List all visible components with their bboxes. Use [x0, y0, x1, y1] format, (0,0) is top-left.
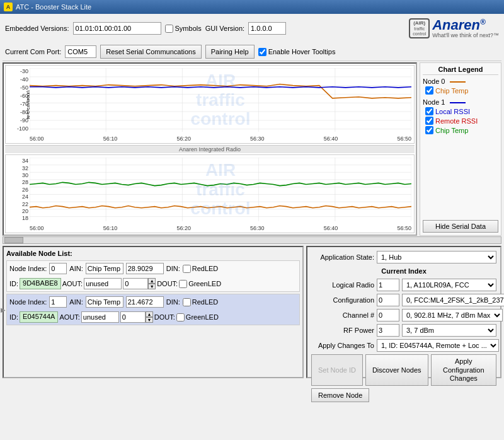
gui-version-label: GUI Version:: [205, 25, 244, 32]
legend-panel: Chart Legend Node 0 Chip Temp Node 1 Loc…: [420, 62, 501, 236]
node1-arrow: ▶: [1, 306, 6, 313]
legend-title: Chart Legend: [423, 66, 498, 75]
rssi-x-axis: 56:00 56:10 56:20 56:30 56:40 56:50: [30, 136, 411, 142]
node1-aout-select[interactable]: [81, 311, 119, 323]
apply-changes-select[interactable]: 1, ID: E045744A, Remote + Loc ...: [377, 339, 499, 352]
node0-aout-select[interactable]: [84, 278, 122, 289]
node1-ain-reading[interactable]: [126, 296, 164, 308]
node0-aout-value[interactable]: [123, 278, 148, 289]
top-bar: Embedded Versions: Symbols GUI Version: …: [3, 16, 501, 61]
rf-power-index[interactable]: [377, 324, 399, 337]
channel-index[interactable]: [377, 309, 399, 321]
temp-chart-svg: [30, 158, 411, 221]
discover-nodes-button[interactable]: Discover Nodes: [365, 354, 428, 386]
node1-spinner-up[interactable]: ▲: [146, 311, 153, 317]
node1-aout-label: AOUT:: [59, 313, 79, 321]
set-node-id-button[interactable]: Set Node ID: [311, 354, 363, 386]
node1-green-led-label: GreenLED: [176, 313, 219, 321]
legend-node1-label: Node 1: [423, 98, 498, 106]
node0-ain-reading[interactable]: [126, 263, 164, 274]
legend-node1-local-rssi-checkbox[interactable]: [425, 107, 433, 115]
node1-red-led-checkbox[interactable]: [183, 298, 191, 306]
gui-version-input[interactable]: [248, 22, 286, 35]
node1-aout-spinner: ▲ ▼: [120, 311, 153, 323]
configuration-select[interactable]: 0, FCC:ML4_2FSK_1_2kB_237: [402, 294, 504, 306]
window-title: ATC - Booster Stack Lite: [16, 3, 91, 11]
window-icon: A: [4, 3, 13, 11]
node1-spinner-down[interactable]: ▼: [146, 317, 153, 323]
remove-node-button[interactable]: Remove Node: [311, 388, 369, 402]
title-bar: A ATC - Booster Stack Lite: [0, 0, 504, 14]
logical-radio-index[interactable]: [377, 279, 399, 291]
legend-node0-chip-temp: Chip Temp: [425, 86, 498, 95]
symbols-checkbox[interactable]: [165, 25, 173, 33]
node0-aout-spinner: ▲ ▼: [123, 278, 156, 289]
legend-node1-remote-rssi: Remote RSSI: [425, 117, 498, 125]
bottom-section: Available Node List: Node Index: AIN: DI…: [3, 246, 501, 378]
node0-id-label: ID:: [9, 280, 18, 287]
app-state-row: Application State: 1, Hub: [311, 251, 496, 263]
node1-id-value: E045744A: [20, 311, 58, 323]
legend-node1-local-rssi-label: Local RSSI: [435, 108, 470, 115]
legend-node0-label: Node 0: [423, 78, 498, 85]
apply-changes-row: Apply Changes To 1, ID: E045744A, Remote…: [311, 339, 496, 352]
right-config-panel: Application State: 1, Hub Current Index …: [306, 246, 501, 378]
rssi-chart: -30 -40 -50 -60 -70 -80 -90 -100 RSSI(dB…: [5, 65, 415, 144]
node-list-title: Available Node List:: [6, 250, 300, 257]
embedded-versions-input[interactable]: [73, 22, 161, 35]
chart-caption: Anaren Integrated Radio: [5, 145, 415, 153]
node-list-panel: Available Node List: Node Index: AIN: DI…: [3, 246, 304, 378]
air-traffic-logo: (AIR) traffic control: [409, 18, 430, 38]
node0-ain-select[interactable]: [86, 263, 123, 274]
legend-node1-chip-temp-label: Chip Temp: [435, 127, 468, 134]
node1-red-led-label: RedLED: [183, 298, 219, 306]
com-port-label: Current Com Port:: [5, 48, 61, 55]
channel-select[interactable]: 0, 902.81 MHz, 7 dBm Max: [402, 309, 503, 321]
anaren-brand-name: Anaren: [432, 17, 480, 33]
configuration-index[interactable]: [377, 294, 399, 306]
node0-spinner-down[interactable]: ▼: [148, 284, 156, 289]
node1-green-led-checkbox[interactable]: [176, 313, 185, 321]
scrollbar-thumb[interactable]: [4, 237, 23, 243]
logical-radio-select[interactable]: 1, A110LR09A, FCC: [402, 279, 496, 291]
node1-index-input[interactable]: [49, 296, 67, 308]
charts-area: -30 -40 -50 -60 -70 -80 -90 -100 RSSI(dB…: [3, 62, 417, 236]
legend-node1-chip-temp-checkbox[interactable]: [425, 126, 433, 134]
apply-config-button[interactable]: Apply Configuration Changes: [431, 354, 496, 386]
app-state-select[interactable]: 1, Hub: [377, 251, 496, 263]
horizontal-scrollbar[interactable]: [3, 236, 501, 244]
node0-spinner-btns: ▲ ▼: [148, 278, 156, 289]
charts-and-legend: -30 -40 -50 -60 -70 -80 -90 -100 RSSI(dB…: [3, 62, 501, 236]
temp-chart: 34 32 30 28 26 24 22 20 18 Temperature(°…: [5, 154, 415, 233]
node0-spinner-up[interactable]: ▲: [148, 278, 156, 284]
hover-tooltips-label[interactable]: Enable Hover Tooltips: [258, 48, 336, 56]
legend-node0-chip-temp-label: Chip Temp: [435, 87, 468, 95]
node1-din-label: DIN:: [166, 298, 180, 306]
node0-red-led-checkbox[interactable]: [183, 265, 191, 273]
reset-serial-button[interactable]: Reset Serial Communcations: [100, 45, 201, 59]
pairing-help-button[interactable]: Pairing Help: [205, 45, 255, 59]
node1-aout-value[interactable]: [120, 311, 146, 323]
legend-node0-chip-temp-checkbox[interactable]: [425, 86, 433, 95]
com-port-input[interactable]: [65, 45, 96, 58]
node1-id-label: ID:: [9, 313, 18, 321]
hide-serial-button[interactable]: Hide Serial Data: [423, 220, 498, 233]
temp-chart-inner: AIR traffic control: [30, 158, 411, 221]
rf-power-select[interactable]: 3, 7 dBm: [402, 324, 496, 337]
node0-green-led-label: GreenLED: [179, 280, 221, 288]
node1-spinner-btns: ▲ ▼: [146, 311, 153, 323]
legend-node1-remote-rssi-checkbox[interactable]: [425, 117, 433, 125]
hover-tooltips-checkbox[interactable]: [258, 48, 266, 56]
legend-node1-local-rssi: Local RSSI: [425, 107, 498, 115]
rssi-chart-svg: [30, 68, 411, 132]
symbols-checkbox-label[interactable]: Symbols: [165, 25, 202, 33]
node0-id-value: 9D4BABE8: [20, 278, 61, 289]
node1-ain-select[interactable]: [86, 296, 123, 308]
anaren-tagline: What'll we think of next?™: [432, 32, 499, 38]
rssi-chart-inner: AIR traffic control: [30, 68, 411, 132]
node1-dout-label: DOUT:: [154, 313, 175, 321]
logical-radio-row: Logical Radio 1, A110LR09A, FCC: [311, 279, 496, 291]
apply-changes-label: Apply Changes To: [311, 342, 374, 349]
node0-index-input[interactable]: [49, 263, 67, 274]
node0-green-led-checkbox[interactable]: [179, 280, 187, 288]
